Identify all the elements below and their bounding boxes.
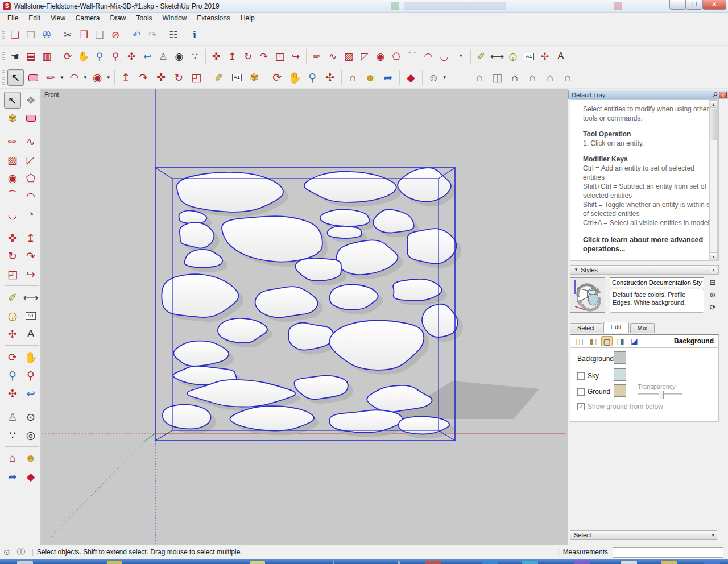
view-back-icon[interactable]: ⌂ (524, 69, 541, 86)
tape-measure-icon[interactable]: ✐ (211, 69, 228, 86)
protractor-icon[interactable]: ◶ (4, 307, 21, 324)
text-icon[interactable]: A1 (22, 307, 39, 324)
save-icon[interactable]: ✇ (39, 28, 54, 43)
pie-icon[interactable]: ◔ (453, 49, 468, 64)
dimensions-icon[interactable]: ⟷ (490, 49, 504, 64)
sky-checkbox[interactable] (577, 372, 585, 380)
tape-measure-icon[interactable]: ✐ (4, 289, 21, 306)
freehand-icon[interactable]: ∿ (325, 49, 340, 64)
copy-icon[interactable]: ❐ (76, 28, 91, 43)
eraser-icon[interactable] (25, 69, 42, 86)
axes-icon[interactable]: ✢ (4, 325, 21, 342)
taskbar-app-icon[interactable] (704, 561, 720, 564)
two-point-arc-icon[interactable]: ◠ (22, 188, 39, 205)
orbit-icon[interactable]: ⟳ (60, 49, 75, 64)
collapse-caret-icon[interactable]: ▼ (574, 267, 578, 272)
push-pull-icon[interactable]: ↥ (225, 49, 239, 64)
3d-text-icon[interactable]: A (22, 325, 39, 342)
text-icon[interactable]: A1 (229, 69, 245, 86)
push-pull-icon[interactable]: ↥ (118, 69, 134, 86)
menu-item-file[interactable]: File (2, 13, 23, 23)
print-icon[interactable]: ☷ (166, 28, 181, 43)
view-iso-icon[interactable]: ⌂ (471, 69, 488, 86)
cut-icon[interactable]: ✂ (60, 28, 75, 43)
edge-settings-icon[interactable]: ◫ (574, 336, 585, 346)
taskbar-app-icon[interactable] (425, 561, 441, 564)
model-info-icon[interactable]: ℹ (187, 28, 202, 43)
previous-view-icon[interactable]: ↩ (22, 385, 39, 402)
rotate-icon[interactable]: ↻ (241, 49, 255, 64)
select-icon[interactable]: ↖ (4, 92, 21, 109)
paint-bucket-icon[interactable]: ✾ (4, 110, 21, 127)
taskbar-app-icon[interactable] (333, 561, 334, 564)
follow-me-icon[interactable]: ↷ (135, 69, 152, 86)
restore-button[interactable]: ❐ (686, 0, 702, 10)
send-to-layout-icon[interactable]: ➦ (4, 468, 21, 485)
section-plane-icon[interactable]: ◎ (22, 426, 39, 443)
look-around-icon[interactable]: ◉ (172, 49, 187, 64)
shapes-icon[interactable]: ◉ (89, 69, 106, 86)
component-attributes-icon[interactable]: ▥ (39, 49, 54, 64)
create-style-icon[interactable]: ⊕ (708, 290, 718, 300)
protractor-icon[interactable]: ◶ (506, 49, 520, 64)
account-icon[interactable]: ☺ (425, 69, 442, 86)
pin-icon[interactable]: ⚲ (709, 89, 720, 100)
offset-icon[interactable]: ↪ (22, 266, 39, 283)
menu-item-window[interactable]: Window (158, 13, 192, 23)
menu-item-draw[interactable]: Draw (105, 13, 131, 23)
panel-expand-icon[interactable]: ▾ (712, 532, 714, 538)
freehand-icon[interactable]: ∿ (22, 133, 39, 150)
open-icon[interactable]: ❒ (23, 28, 38, 43)
component-options-icon[interactable]: ▤ (23, 49, 38, 64)
dimensions-icon[interactable]: ⟷ (22, 289, 39, 306)
pan-icon[interactable]: ✋ (287, 69, 303, 86)
slider-thumb[interactable] (659, 391, 664, 399)
view-left-icon[interactable]: ⌂ (542, 69, 559, 86)
paint-bucket-icon[interactable]: ✾ (246, 69, 263, 86)
taskbar-app-icon[interactable] (574, 561, 590, 564)
scroll-down-icon[interactable]: ▼ (710, 252, 717, 260)
styles-panel-header[interactable]: ▼ Styles ✕ (570, 265, 719, 275)
pie-icon[interactable]: ◔ (22, 206, 39, 223)
face-settings-icon[interactable]: ◧ (588, 336, 599, 346)
scrollbar-thumb[interactable] (710, 109, 717, 140)
taskbar-app-icon[interactable] (250, 561, 265, 564)
rotate-icon[interactable]: ↻ (171, 69, 187, 86)
eraser-icon[interactable] (22, 110, 39, 127)
zoom-extents-icon[interactable]: ✣ (322, 69, 338, 86)
taskbar-app-icon[interactable] (661, 561, 677, 564)
text-icon[interactable]: A1 (522, 49, 536, 64)
polygon-icon[interactable]: ⬠ (22, 169, 39, 186)
walk-icon[interactable]: ∵ (188, 49, 202, 64)
zoom-extents-icon[interactable]: ✣ (4, 385, 21, 402)
3d-warehouse-icon[interactable]: ⌂ (4, 450, 21, 467)
taskbar-app-icon[interactable] (621, 561, 637, 564)
advanced-operations-link[interactable]: Click to learn about more advanced opera… (583, 235, 716, 254)
position-camera-icon[interactable]: ♙ (4, 408, 21, 425)
rotated-rectangle-icon[interactable]: ◸ (22, 151, 39, 168)
axes-icon[interactable]: ✢ (537, 49, 552, 64)
show-ground-checkbox[interactable]: ✓ (577, 403, 585, 410)
zoom-window-icon[interactable]: ⚲ (108, 49, 123, 64)
extension-manager-icon[interactable]: ◆ (403, 69, 419, 86)
undo-icon[interactable]: ↶ (129, 28, 144, 43)
style-name-field[interactable] (610, 277, 704, 287)
tab-select[interactable]: Select (570, 323, 602, 333)
minimize-button[interactable]: — (669, 0, 686, 10)
new-icon[interactable]: ❏ (7, 28, 22, 43)
taskbar-app-icon[interactable] (482, 561, 498, 564)
line-icon[interactable]: ✏ (309, 49, 324, 64)
toolbar-drag-handle[interactable] (2, 49, 5, 63)
ground-color-swatch[interactable] (614, 384, 626, 397)
menu-item-tools[interactable]: Tools (131, 13, 158, 23)
menu-item-help[interactable]: Help (235, 13, 260, 23)
style-thumbnail[interactable] (570, 277, 605, 313)
background-settings-icon[interactable]: ▢ (601, 336, 613, 346)
windows-taskbar[interactable] (0, 559, 728, 564)
menu-item-extensions[interactable]: Extensions (192, 13, 235, 23)
look-around-icon[interactable]: ⊙ (22, 408, 39, 425)
follow-me-icon[interactable]: ↷ (257, 49, 271, 64)
dropdown-arrow-icon[interactable]: ▼ (83, 75, 88, 80)
pan-icon[interactable]: ✋ (22, 349, 39, 366)
orbit-icon[interactable]: ⟳ (4, 349, 21, 366)
